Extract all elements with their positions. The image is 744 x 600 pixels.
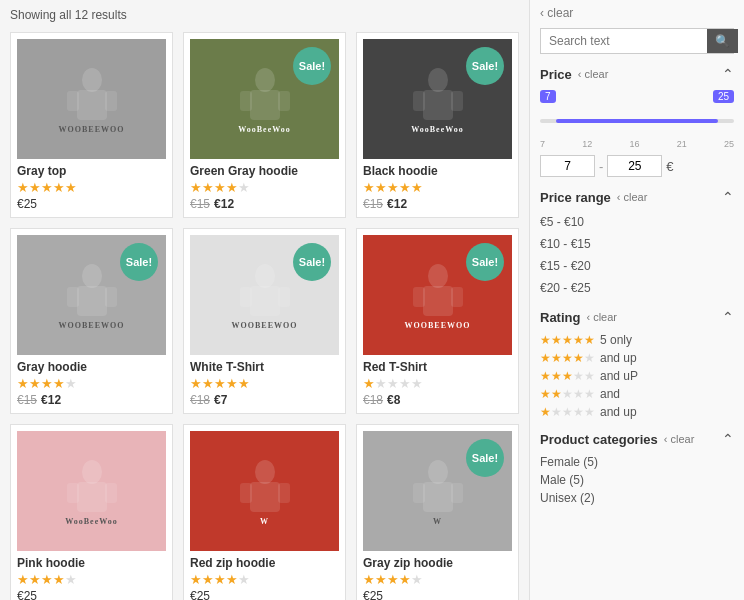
svg-point-16: [255, 264, 275, 288]
category-item[interactable]: Female (5): [540, 455, 734, 469]
svg-rect-22: [413, 287, 425, 307]
product-image: Sale! W: [363, 431, 512, 551]
product-card[interactable]: Sale! WOOBEEWOO White T-Shirt ★★★★★ €18€…: [183, 228, 346, 414]
rating-item[interactable]: ★★★★★and up: [540, 351, 734, 365]
rating-label: 5 only: [600, 333, 632, 347]
sidebar-clear-top: ‹ clear: [540, 6, 734, 20]
price-range-item[interactable]: €20 - €25: [540, 279, 734, 297]
price-range-clear[interactable]: ‹ clear: [617, 191, 648, 203]
rating-item[interactable]: ★★★★★and up: [540, 405, 734, 419]
price-range-toggle[interactable]: ⌃: [722, 189, 734, 205]
rating-label: and up: [600, 405, 637, 419]
svg-rect-26: [67, 483, 79, 503]
price-filter-title: Price: [540, 67, 572, 82]
search-button[interactable]: 🔍: [707, 29, 738, 53]
product-card[interactable]: WOOBEEWOO Gray top ★★★★★ €25: [10, 32, 173, 218]
main-content: Showing all 12 results WOOBEEWOO Gray to…: [0, 0, 529, 600]
product-image: Sale! WOOBEEWOO: [17, 235, 166, 355]
product-price: €25: [363, 589, 512, 600]
product-card[interactable]: Sale! WooBeeWoo Green Gray hoodie ★★★★★ …: [183, 32, 346, 218]
svg-point-28: [255, 460, 275, 484]
product-price: €15€12: [17, 393, 166, 407]
rating-toggle[interactable]: ⌃: [722, 309, 734, 325]
product-image: Sale! WooBeeWoo: [190, 39, 339, 159]
search-input[interactable]: [541, 29, 707, 53]
svg-rect-10: [413, 91, 425, 111]
sidebar: ‹ clear 🔍 Price ‹ clear ⌃ 7 25: [529, 0, 744, 600]
sale-badge: Sale!: [293, 47, 331, 85]
product-card[interactable]: Sale! W Gray zip hoodie ★★★★★ €25: [356, 424, 519, 600]
categories-toggle[interactable]: ⌃: [722, 431, 734, 447]
rating-item[interactable]: ★★★★★5 only: [540, 333, 734, 347]
product-price: €25: [17, 197, 166, 211]
svg-rect-29: [250, 482, 280, 512]
sale-badge: Sale!: [466, 439, 504, 477]
product-card[interactable]: W Red zip hoodie ★★★★★ €25: [183, 424, 346, 600]
product-image: WooBeeWoo: [17, 431, 166, 551]
product-stars: ★★★★★: [17, 572, 166, 587]
product-card[interactable]: Sale! WOOBEEWOO Gray hoodie ★★★★★ €15€12: [10, 228, 173, 414]
price-filter-toggle[interactable]: ⌃: [722, 66, 734, 82]
product-card[interactable]: Sale! WOOBEEWOO Red T-Shirt ★★★★★ €18€8: [356, 228, 519, 414]
product-stars: ★★★★★: [190, 376, 339, 391]
category-item[interactable]: Male (5): [540, 473, 734, 487]
price-range-item[interactable]: €5 - €10: [540, 213, 734, 231]
svg-rect-14: [67, 287, 79, 307]
product-stars: ★★★★★: [363, 376, 512, 391]
product-name: Gray top: [17, 164, 166, 178]
svg-point-32: [428, 460, 448, 484]
svg-rect-2: [67, 91, 79, 111]
product-stars: ★★★★★: [190, 180, 339, 195]
rating-label: and up: [600, 351, 637, 365]
svg-rect-25: [77, 482, 107, 512]
product-card[interactable]: Sale! WooBeeWoo Black hoodie ★★★★★ €15€1…: [356, 32, 519, 218]
price-slider[interactable]: [540, 111, 734, 131]
price-max-input[interactable]: [607, 155, 662, 177]
categories-filter: Product categories ‹ clear ⌃ Female (5)M…: [540, 431, 734, 505]
price-min-input[interactable]: [540, 155, 595, 177]
svg-point-8: [428, 68, 448, 92]
price-clear-link[interactable]: ‹ clear: [578, 68, 609, 80]
svg-rect-23: [451, 287, 463, 307]
svg-rect-9: [423, 90, 453, 120]
categories-clear[interactable]: ‹ clear: [664, 433, 695, 445]
rating-items: ★★★★★5 only★★★★★and up★★★★★and uP★★★★★an…: [540, 333, 734, 419]
svg-rect-18: [240, 287, 252, 307]
rating-item[interactable]: ★★★★★and: [540, 387, 734, 401]
product-name: Gray hoodie: [17, 360, 166, 374]
price-currency: €: [666, 159, 673, 174]
sale-badge: Sale!: [293, 243, 331, 281]
product-name: Red zip hoodie: [190, 556, 339, 570]
svg-rect-33: [423, 482, 453, 512]
svg-rect-3: [105, 91, 117, 111]
category-item[interactable]: Unisex (2): [540, 491, 734, 505]
clear-all-link[interactable]: ‹ clear: [540, 6, 573, 20]
slider-max-label: 25: [713, 90, 734, 103]
rating-clear[interactable]: ‹ clear: [586, 311, 617, 323]
product-stars: ★★★★★: [190, 572, 339, 587]
svg-rect-35: [451, 483, 463, 503]
price-range-item[interactable]: €10 - €15: [540, 235, 734, 253]
price-range-item[interactable]: €15 - €20: [540, 257, 734, 275]
product-name: Green Gray hoodie: [190, 164, 339, 178]
svg-rect-7: [278, 91, 290, 111]
svg-rect-11: [451, 91, 463, 111]
product-price: €18€7: [190, 393, 339, 407]
product-image: W: [190, 431, 339, 551]
svg-rect-1: [77, 90, 107, 120]
product-stars: ★★★★★: [17, 376, 166, 391]
svg-rect-21: [423, 286, 453, 316]
svg-point-0: [82, 68, 102, 92]
rating-item[interactable]: ★★★★★and uP: [540, 369, 734, 383]
product-name: Pink hoodie: [17, 556, 166, 570]
product-name: Gray zip hoodie: [363, 556, 512, 570]
product-image: WOOBEEWOO: [17, 39, 166, 159]
svg-point-24: [82, 460, 102, 484]
product-stars: ★★★★★: [17, 180, 166, 195]
svg-point-4: [255, 68, 275, 92]
product-price: €25: [17, 589, 166, 600]
product-price: €15€12: [190, 197, 339, 211]
product-grid: WOOBEEWOO Gray top ★★★★★ €25 Sale! WooBe…: [10, 32, 519, 600]
sale-badge: Sale!: [466, 47, 504, 85]
product-card[interactable]: WooBeeWoo Pink hoodie ★★★★★ €25: [10, 424, 173, 600]
